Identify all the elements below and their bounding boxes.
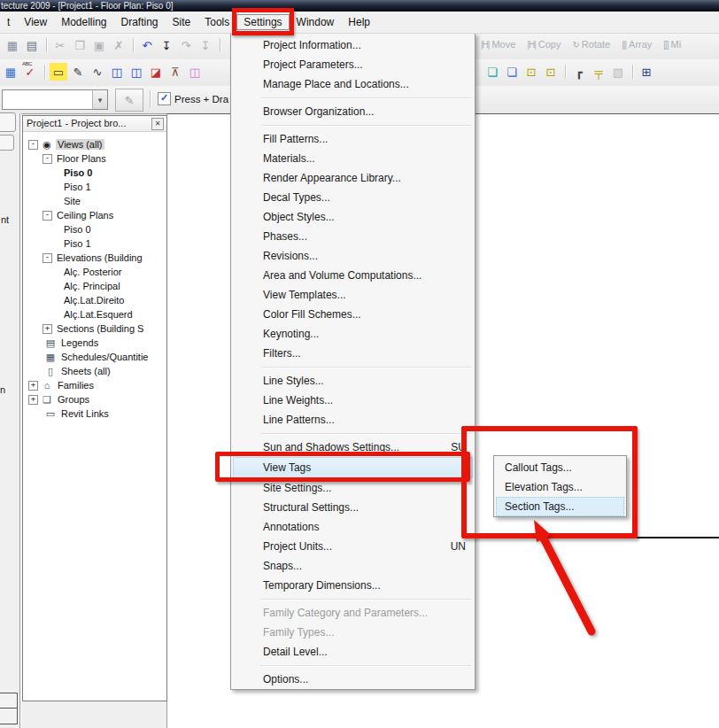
uncut-geometry-icon[interactable]: ⊡: [542, 63, 560, 81]
expander-icon[interactable]: +: [28, 395, 38, 405]
join-geometry-icon[interactable]: ❏: [483, 63, 501, 81]
section-line[interactable]: [637, 537, 719, 538]
unjoin-geometry-icon[interactable]: ❏: [503, 63, 521, 81]
menubar-item-window[interactable]: Window: [290, 14, 342, 30]
type-selector-combo[interactable]: ▾: [2, 89, 108, 110]
edit-cut-profile-icon[interactable]: ▧: [609, 63, 627, 81]
tree-item-alc-principal[interactable]: Alç. Principal: [23, 279, 166, 293]
wall-joins-icon[interactable]: ┏: [570, 63, 588, 81]
expander-icon[interactable]: -: [43, 154, 52, 164]
tree-item-floor-piso-0[interactable]: Piso 0: [23, 166, 166, 180]
tree-item-schedules[interactable]: ▦ Schedules/Quantitie: [23, 350, 166, 364]
menu-item-render-appearance-library[interactable]: Render Appearance Library...: [231, 168, 475, 188]
menubar-item-help[interactable]: Help: [341, 14, 377, 30]
array-button[interactable]: ||| Array: [622, 39, 652, 50]
cut-geometry-icon[interactable]: ⊡: [522, 63, 540, 81]
menu-item-options[interactable]: Options...: [231, 670, 475, 689]
menubar-item-edit-partial[interactable]: t: [0, 14, 17, 30]
press-drag-checkbox[interactable]: ✓ Press + Dra: [158, 92, 237, 105]
dimension-icon[interactable]: ▭: [50, 63, 67, 81]
expander-icon[interactable]: +: [28, 381, 38, 391]
menu-item-filters[interactable]: Filters...: [231, 344, 475, 363]
tree-item-sections[interactable]: + Sections (Building S: [23, 321, 166, 336]
match-type-icon[interactable]: ✎: [69, 63, 87, 81]
menu-item-fill-patterns[interactable]: Fill Patterns...: [231, 129, 475, 149]
tree-item-ceiling-piso-0[interactable]: Piso 0: [23, 222, 166, 236]
spline-icon[interactable]: ∿: [89, 63, 106, 81]
menu-item-decal-types[interactable]: Decal Types...: [231, 188, 475, 207]
cut-icon[interactable]: ✂: [51, 36, 69, 54]
menu-item-keynoting[interactable]: Keynoting...: [231, 324, 475, 344]
menu-item-line-patterns[interactable]: Line Patterns...: [231, 410, 475, 430]
tree-item-families[interactable]: + ⌂ Families: [23, 378, 166, 392]
menu-item-area-volume-computations[interactable]: Area and Volume Computations...: [231, 266, 475, 285]
menu-item-color-fill-schemes[interactable]: Color Fill Schemes...: [231, 305, 475, 324]
save-icon[interactable]: ▦: [4, 36, 21, 54]
tree-item-elevations[interactable]: - Elevations (Building: [23, 251, 166, 265]
menu-item-project-information[interactable]: Project Information...: [231, 35, 475, 55]
menu-item-snaps[interactable]: Snaps...: [231, 556, 475, 576]
tree-item-legends[interactable]: ▤ Legends: [23, 336, 166, 350]
chevron-down-icon[interactable]: ▾: [92, 90, 107, 109]
demolish-icon[interactable]: ⊼: [166, 63, 184, 81]
tree-item-alc-lat-esquerd[interactable]: Alç.Lat.Esquerd: [23, 307, 166, 321]
window-icon[interactable]: ◫: [128, 63, 145, 81]
redo-dropdown-icon[interactable]: ↧: [197, 36, 214, 54]
paint-icon[interactable]: ◪: [147, 63, 165, 81]
tree-item-site[interactable]: Site: [23, 194, 166, 208]
menu-item-view-tags[interactable]: View Tags ▸: [233, 457, 473, 478]
menu-item-elevation-tags[interactable]: Elevation Tags...: [494, 477, 626, 497]
tree-item-alc-posterior[interactable]: Alç. Posterior: [23, 265, 166, 279]
menu-item-object-styles[interactable]: Object Styles...: [231, 207, 475, 227]
split-walls-icon[interactable]: ◫: [186, 63, 204, 81]
menu-item-view-templates[interactable]: View Templates...: [231, 285, 475, 305]
copy-button[interactable]: |H| Copy: [527, 39, 561, 50]
tree-item-views-all[interactable]: - ◉ Views (all): [23, 137, 166, 151]
design-bar-button[interactable]: [0, 135, 14, 151]
menu-item-detail-level[interactable]: Detail Level...: [231, 642, 475, 662]
menu-item-phases[interactable]: Phases...: [231, 227, 475, 246]
menu-item-line-weights[interactable]: Line Weights...: [231, 391, 475, 410]
menu-item-family-types[interactable]: Family Types...: [231, 623, 475, 642]
menu-item-sun-and-shadows[interactable]: Sun and Shadows Settings... SU: [231, 438, 475, 457]
menu-item-site-settings[interactable]: Site Settings...: [231, 478, 475, 498]
menubar-item-modelling[interactable]: Modelling: [54, 14, 113, 30]
menu-item-project-units[interactable]: Project Units... UN: [231, 537, 475, 556]
menubar-item-view[interactable]: View: [17, 14, 54, 30]
tree-item-ceiling-plans[interactable]: - Ceiling Plans: [23, 208, 166, 222]
expander-icon[interactable]: -: [43, 253, 52, 263]
rotate-button[interactable]: ↻ Rotate: [572, 39, 610, 50]
menu-item-project-parameters[interactable]: Project Parameters...: [231, 55, 475, 74]
element-properties-button[interactable]: ✎: [115, 89, 143, 112]
menu-item-materials[interactable]: Materials...: [231, 149, 475, 168]
menu-item-manage-place-locations[interactable]: Manage Place and Locations...: [231, 74, 475, 94]
checkbox-check-icon[interactable]: ✓: [158, 92, 171, 105]
spellcheck-icon[interactable]: ABC ✓: [21, 63, 39, 81]
door-icon[interactable]: ◫: [108, 63, 126, 81]
print-icon[interactable]: ▤: [23, 36, 41, 54]
delete-icon[interactable]: ✗: [110, 36, 128, 54]
expander-icon[interactable]: -: [43, 211, 52, 221]
beam-joins-icon[interactable]: ╤: [590, 63, 607, 81]
tree-item-floor-plans[interactable]: - Floor Plans: [23, 151, 166, 166]
undo-icon[interactable]: ↶: [138, 36, 156, 54]
menubar-item-settings[interactable]: Settings: [236, 14, 289, 30]
tree-item-sheets[interactable]: ▯ Sheets (all): [23, 364, 166, 378]
expander-icon[interactable]: +: [43, 324, 52, 334]
menubar-item-drafting[interactable]: Drafting: [114, 14, 166, 30]
paste-icon[interactable]: ▣: [90, 36, 108, 54]
menu-item-line-styles[interactable]: Line Styles...: [231, 371, 475, 391]
expander-icon[interactable]: -: [28, 140, 38, 150]
close-icon[interactable]: ✕: [151, 118, 164, 130]
menubar-item-site[interactable]: Site: [166, 14, 198, 30]
tree-item-revit-links[interactable]: ▭ Revit Links: [23, 407, 166, 421]
menu-item-family-category-parameters[interactable]: Family Category and Parameters...: [231, 603, 475, 623]
move-button[interactable]: |H| Move: [481, 39, 515, 50]
section-box-icon[interactable]: ⊞: [638, 63, 655, 81]
tree-item-alc-lat-direito[interactable]: Alç.Lat.Direito: [23, 293, 166, 307]
undo-dropdown-icon[interactable]: ↧: [158, 36, 175, 54]
menubar-item-tools[interactable]: Tools: [197, 14, 236, 30]
menu-item-section-tags[interactable]: Section Tags...: [496, 497, 624, 516]
tree-item-groups[interactable]: + ❏ Groups: [23, 392, 166, 407]
menu-item-structural-settings[interactable]: Structural Settings...: [231, 498, 475, 517]
